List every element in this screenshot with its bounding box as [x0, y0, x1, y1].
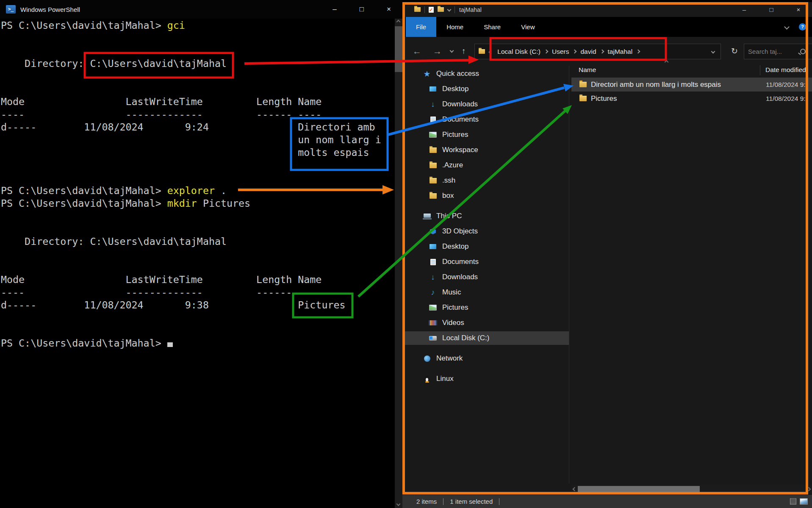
sidebar-item-label: Desktop — [442, 85, 468, 93]
sidebar-item-network[interactable]: Network — [402, 352, 569, 365]
terminal-line — [1, 172, 394, 184]
sidebar-item-ssh[interactable]: .ssh — [402, 174, 569, 187]
sidebar-item-box[interactable]: box — [402, 189, 569, 203]
terminal-line — [1, 83, 394, 95]
terminal-line — [1, 248, 394, 261]
items-count: 2 items — [416, 498, 437, 505]
address-bar[interactable]: « Local Disk (C:)UsersdavidtajMahal — [474, 44, 721, 59]
help-icon[interactable]: ? — [799, 23, 806, 31]
scroll-down-icon[interactable] — [396, 502, 401, 506]
folder-icon — [429, 147, 437, 153]
collapse-ribbon-icon[interactable] — [784, 24, 790, 30]
sidebar-item-documents[interactable]: Documents — [402, 255, 569, 269]
address-dropdown-icon[interactable] — [711, 50, 715, 54]
music-icon: ♪ — [429, 289, 437, 296]
minimize-button[interactable]: – — [321, 0, 348, 19]
breadcrumb-separator-icon — [573, 50, 577, 54]
close-button[interactable]: × — [785, 2, 812, 17]
tab-file[interactable]: File — [406, 17, 436, 37]
terminal-line: PS C:\Users\david\tajMahal> — [1, 337, 394, 350]
properties-icon[interactable] — [429, 7, 434, 13]
powershell-titlebar: >_ Windows PowerShell – □ × — [0, 0, 402, 19]
column-divider[interactable] — [760, 65, 760, 75]
sidebar-item-azure[interactable]: .Azure — [402, 158, 569, 172]
search-icon[interactable] — [800, 49, 806, 54]
sidebar-item-3d-objects[interactable]: 3D Objects — [402, 225, 569, 238]
terminal-line — [1, 159, 394, 172]
thumbnails-view-icon[interactable] — [800, 498, 808, 505]
sidebar-item-local-disk-c[interactable]: Local Disk (C:) — [402, 331, 569, 345]
powershell-title: Windows PowerShell — [20, 6, 80, 13]
breadcrumb-separator-icon — [544, 50, 549, 54]
forward-button[interactable]: → — [433, 47, 442, 56]
scroll-right-icon[interactable] — [807, 487, 811, 491]
navigation-bar: ← → ↑ « Local Disk (C:)UsersdavidtajMaha… — [402, 37, 812, 64]
terminal-line — [1, 44, 394, 57]
breadcrumb-item-david[interactable]: david — [576, 48, 600, 56]
file-date-modified: 11/08/2024 9: — [766, 95, 806, 103]
scroll-left-icon[interactable] — [573, 487, 577, 491]
terminal-output[interactable]: PS C:\Users\david\tajMahal> gci Director… — [1, 19, 394, 350]
tab-share[interactable]: Share — [474, 17, 511, 37]
sidebar-item-music[interactable]: ♪Music — [402, 286, 569, 299]
sidebar-item-label: Pictures — [442, 303, 468, 312]
breadcrumb-item-tajmahal[interactable]: tajMahal — [604, 48, 637, 56]
sidebar-item-pictures[interactable]: Pictures — [402, 301, 569, 314]
sidebar-item-label: Network — [436, 354, 463, 363]
folder-icon — [429, 163, 437, 168]
up-button[interactable]: ↑ — [462, 47, 466, 55]
tab-home[interactable]: Home — [436, 17, 474, 37]
tab-view[interactable]: View — [511, 17, 545, 37]
maximize-button[interactable]: □ — [348, 0, 375, 19]
breadcrumb-separator-icon — [636, 50, 640, 54]
sidebar-item-linux[interactable]: Linux — [402, 372, 569, 386]
sidebar-item-workspace[interactable]: Workspace — [402, 143, 569, 157]
sidebar-item-documents[interactable]: Documents — [402, 113, 569, 126]
search-box[interactable]: Search taj... — [744, 44, 812, 59]
sidebar-item-desktop[interactable]: Desktop — [402, 82, 569, 96]
sidebar-item-label: Local Disk (C:) — [442, 334, 489, 342]
horizontal-scrollbar-thumb[interactable] — [578, 486, 700, 492]
maximize-button[interactable]: □ — [758, 2, 785, 17]
breadcrumb-item-users[interactable]: Users — [548, 48, 573, 56]
breadcrumb-overflow-icon[interactable]: « — [488, 48, 492, 55]
new-folder-icon[interactable] — [438, 7, 444, 12]
download-icon: ↓ — [429, 100, 437, 108]
sidebar-item-quick-access[interactable]: ★Quick access — [402, 67, 569, 81]
star-icon: ★ — [423, 70, 431, 78]
chevron-down-icon[interactable] — [447, 8, 452, 12]
terminal-line — [1, 261, 394, 273]
sidebar-item-pictures[interactable]: Pictures — [402, 128, 569, 142]
sidebar-item-label: Downloads — [442, 100, 478, 108]
refresh-icon[interactable]: ↻ — [731, 47, 738, 55]
sidebar-item-videos[interactable]: Videos — [402, 316, 569, 330]
sidebar-item-label: box — [442, 192, 454, 200]
sidebar-item-downloads[interactable]: ↓Downloads — [402, 270, 569, 284]
close-button[interactable]: × — [375, 0, 402, 19]
scroll-up-icon[interactable] — [396, 20, 401, 24]
sidebar-item-downloads[interactable]: ↓Downloads — [402, 97, 569, 111]
folder-icon[interactable] — [414, 7, 421, 12]
column-header-date-modified[interactable]: Date modified — [765, 66, 806, 74]
details-view-icon[interactable] — [790, 498, 796, 505]
file-row-directori-amb-un-nom-llarg-i-molts-espais[interactable]: Directori amb un nom llarg i molts espai… — [571, 78, 812, 92]
doc-icon — [429, 117, 437, 123]
pane-divider[interactable] — [569, 66, 569, 483]
terminal-line: Mode LastWriteTime Length Name — [1, 95, 394, 108]
powershell-scrollbar-thumb[interactable] — [395, 26, 402, 72]
sidebar-item-this-pc[interactable]: This PC — [402, 209, 569, 223]
pc-icon — [423, 215, 431, 218]
location-folder-icon — [479, 49, 485, 54]
back-button[interactable]: ← — [413, 47, 421, 56]
sidebar-item-desktop[interactable]: Desktop — [402, 240, 569, 253]
terminal-line — [1, 311, 394, 324]
minimize-button[interactable]: – — [731, 2, 758, 17]
recent-locations-icon[interactable] — [450, 49, 454, 53]
file-row-pictures[interactable]: Pictures11/08/2024 9: — [571, 92, 812, 105]
powershell-scrollbar[interactable] — [395, 19, 402, 508]
sidebar-item-label: Linux — [436, 375, 454, 383]
column-header-name[interactable]: Name — [579, 66, 596, 74]
quick-access-toolbar — [414, 6, 455, 13]
horizontal-scrollbar[interactable] — [571, 485, 812, 493]
breadcrumb-item-local-disk-c[interactable]: Local Disk (C:) — [493, 48, 544, 56]
